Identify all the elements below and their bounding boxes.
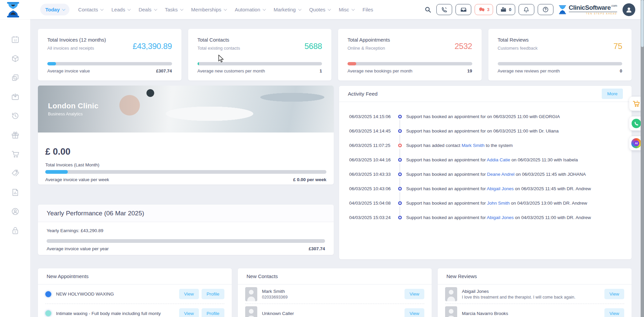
appointment-row: NEW HOLYWOOD WAXING View Profile bbox=[45, 284, 224, 304]
feed-entry: 04/03/2025 15:04:08 Support has booked a… bbox=[349, 196, 622, 210]
last-month-label: Total Invoices (Last Month) bbox=[45, 162, 326, 167]
progress-fill bbox=[198, 62, 199, 65]
history-icon[interactable] bbox=[11, 112, 19, 120]
view-button[interactable]: View bbox=[405, 308, 424, 317]
new-contacts-title: New Contacts bbox=[247, 273, 278, 279]
report-icon[interactable] bbox=[11, 188, 19, 197]
feed-entry: 06/03/2025 14:15:06 Support has booked a… bbox=[349, 109, 622, 124]
view-button[interactable]: View bbox=[179, 289, 199, 299]
feed-contact-link[interactable]: Deane Andrel bbox=[487, 172, 515, 177]
nav-item-marketing[interactable]: Marketing bbox=[274, 7, 301, 12]
nav-item-misc[interactable]: Misc bbox=[339, 7, 354, 12]
profile-button[interactable]: Profile bbox=[202, 289, 224, 299]
stat-card-invoices: Total Invoices (12 months) All invoices … bbox=[38, 29, 181, 81]
chat-bubbles-icon bbox=[478, 6, 485, 13]
help-button[interactable] bbox=[538, 4, 553, 15]
feed-entry: 04/03/2025 15:03:24 Support has booked a… bbox=[349, 210, 622, 225]
chevron-down-icon bbox=[263, 7, 266, 11]
yearly-footer-value: £307.74 bbox=[309, 246, 325, 251]
view-button[interactable]: View bbox=[179, 308, 199, 317]
lock-icon[interactable] bbox=[11, 226, 19, 235]
avatar bbox=[245, 306, 257, 317]
contact-row: Unknown Caller View bbox=[245, 304, 424, 317]
calendar-12-icon[interactable]: 12 bbox=[11, 35, 19, 44]
contact-name: Unknown Caller bbox=[262, 311, 400, 316]
last-month-amount: £ 0.00 bbox=[45, 147, 326, 157]
tags-icon[interactable] bbox=[11, 169, 19, 177]
feed-contact-link[interactable]: Abigail Jones bbox=[487, 186, 514, 191]
cart-icon bbox=[632, 100, 640, 108]
bottom-row: New Appointments NEW HOLYWOOD WAXING Vie… bbox=[38, 268, 632, 317]
cash-register-icon bbox=[500, 6, 507, 13]
new-contacts-card: New Contacts Mark Smith 02033693369 View… bbox=[238, 268, 432, 317]
brand-hourglass-icon bbox=[559, 5, 566, 15]
clinic-overview-card: London Clinic Business Analytics £ 0.00 … bbox=[38, 86, 334, 184]
inbox-button[interactable] bbox=[455, 4, 471, 15]
calendar-import-icon[interactable] bbox=[11, 93, 19, 101]
nav-item-leads[interactable]: Leads bbox=[111, 7, 130, 12]
pos-button[interactable]: 0 bbox=[496, 4, 515, 15]
nav-item-memberships[interactable]: Memberships bbox=[191, 7, 226, 12]
page-scrollbar[interactable] bbox=[641, 0, 644, 317]
yearly-performance-card: Yearly Performance (06 Mar 2025) Yearly … bbox=[38, 205, 334, 255]
feed-dot-icon bbox=[398, 216, 402, 219]
chevron-down-icon bbox=[62, 7, 65, 11]
appointment-dot-icon bbox=[45, 291, 51, 297]
view-button[interactable]: View bbox=[405, 289, 424, 299]
feed-time: 04/03/2025 15:03:24 bbox=[349, 215, 393, 220]
appointment-text: Intimate waxing - Full body male includi… bbox=[56, 311, 174, 316]
stat-footer-label: Average invoice value bbox=[47, 68, 90, 73]
feed-contact-link[interactable]: Abigail Jones bbox=[487, 215, 514, 220]
stat-footer-value: £307.74 bbox=[156, 68, 172, 73]
messages-button[interactable]: 3 bbox=[475, 4, 493, 15]
brand-logo: ClinicSoftware.com TEN STEPS AHEAD bbox=[559, 4, 618, 15]
chevron-down-icon bbox=[328, 7, 331, 11]
gift-icon[interactable] bbox=[11, 131, 19, 139]
search-button[interactable] bbox=[423, 4, 433, 15]
nav-item-tasks[interactable]: Tasks bbox=[165, 7, 182, 12]
clinicsoftware-logo-icon[interactable] bbox=[7, 2, 19, 17]
user-avatar[interactable] bbox=[623, 3, 635, 16]
cart-icon[interactable] bbox=[11, 150, 19, 158]
avatar bbox=[445, 306, 457, 317]
view-button[interactable]: View bbox=[604, 308, 624, 317]
copy-icon[interactable] bbox=[11, 73, 19, 82]
new-appointments-title: New Appointments bbox=[47, 273, 89, 279]
notifications-button[interactable] bbox=[519, 4, 534, 15]
clinic-name: London Clinic bbox=[48, 102, 99, 110]
package-icon[interactable] bbox=[11, 54, 19, 63]
clinic-subtitle: Business Analytics bbox=[48, 112, 99, 116]
scrollbar-thumb[interactable] bbox=[641, 0, 644, 47]
feed-time: 06/03/2025 11:07:25 bbox=[349, 143, 393, 148]
phone-button[interactable] bbox=[436, 4, 452, 15]
nav-item-quotes[interactable]: Quotes bbox=[309, 7, 330, 12]
avatar bbox=[245, 287, 257, 301]
feed-contact-link[interactable]: Addia Catie bbox=[487, 157, 510, 162]
feed-contact-link[interactable]: John Smith bbox=[487, 201, 510, 206]
nav-item-today[interactable]: Today bbox=[40, 4, 69, 15]
profile-button[interactable]: Profile bbox=[202, 308, 224, 317]
progress-track bbox=[47, 62, 172, 65]
stat-footer-value: 1 bbox=[320, 68, 322, 73]
feed-dot-icon bbox=[398, 187, 402, 191]
nav-item-automation[interactable]: Automation bbox=[235, 7, 265, 12]
account-icon[interactable] bbox=[11, 207, 19, 216]
nav-item-contacts[interactable]: Contacts bbox=[78, 7, 103, 12]
view-button[interactable]: View bbox=[604, 289, 624, 299]
yearly-footer-label: Average invoice value per year bbox=[47, 246, 109, 251]
feed-dot-icon bbox=[398, 158, 402, 162]
new-reviews-card: New Reviews Abigail Jones I love this tr… bbox=[438, 268, 632, 317]
stat-subtitle: Online & Reception bbox=[347, 46, 472, 51]
appointment-dot-icon bbox=[45, 310, 51, 316]
inbox-icon bbox=[460, 6, 467, 13]
more-button[interactable]: More bbox=[602, 89, 623, 99]
brand-tld: .com bbox=[610, 4, 617, 7]
feed-contact-link[interactable]: Mark Smith bbox=[462, 143, 484, 148]
nav-item-files[interactable]: Files bbox=[363, 7, 373, 12]
feed-dot-icon bbox=[398, 129, 402, 133]
svg-text:12: 12 bbox=[13, 39, 17, 42]
nav-item-deals[interactable]: Deals bbox=[139, 7, 156, 12]
stat-footer-label: Average new reviews per month bbox=[498, 68, 560, 73]
chevron-down-icon bbox=[224, 7, 227, 11]
yearly-earnings: Yearly Earnings: £43,290.89 bbox=[47, 228, 325, 233]
